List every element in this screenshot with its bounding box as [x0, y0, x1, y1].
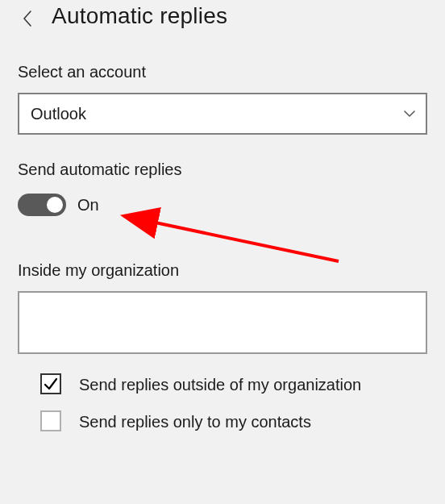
account-select[interactable]: Outlook [18, 93, 427, 135]
back-button[interactable] [18, 9, 37, 28]
auto-reply-state: On [77, 196, 99, 215]
inside-org-textarea[interactable] [18, 291, 427, 354]
svg-line-1 [152, 222, 339, 261]
contacts-only-checkbox[interactable] [40, 410, 61, 431]
outside-org-checkbox[interactable] [40, 373, 61, 394]
checkmark-icon [44, 377, 58, 391]
auto-reply-label: Send automatic replies [18, 160, 427, 179]
toggle-knob [47, 197, 63, 213]
account-label: Select an account [18, 63, 427, 81]
chevron-left-icon [22, 10, 33, 27]
auto-reply-toggle[interactable] [18, 194, 66, 216]
inside-org-label: Inside my organization [18, 261, 427, 280]
account-select-value: Outlook [31, 105, 86, 123]
outside-org-label: Send replies outside of my organization [79, 373, 361, 396]
page-title: Automatic replies [52, 3, 227, 29]
contacts-only-label: Send replies only to my contacts [79, 410, 311, 433]
